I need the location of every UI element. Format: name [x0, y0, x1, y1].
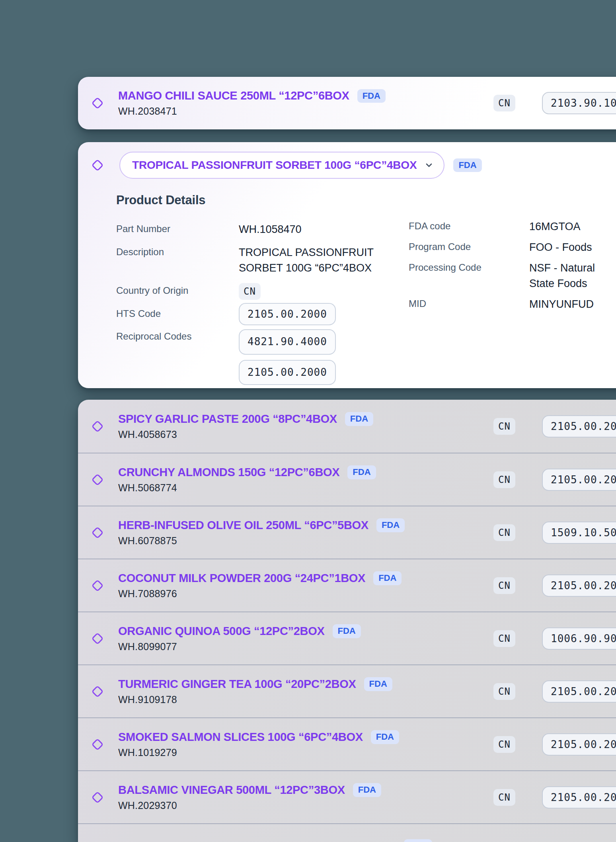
product-title[interactable]: COCONUT MILK POWDER 200G “24PC”1BOX [118, 572, 365, 585]
detail-fields-right: FDA code 16MGTOA Program Code FOO - Food… [409, 219, 615, 312]
hts-code-field[interactable]: 2105.00.20 [542, 415, 616, 438]
country-of-origin-chip: CN [493, 471, 515, 488]
reciprocal-codes-label: Reciprocal Codes [116, 329, 239, 342]
program-code-value: FOO - Foods [529, 240, 615, 255]
hts-code-field[interactable]: 2105.00.20 [542, 786, 616, 809]
product-diamond-icon [92, 159, 103, 171]
part-number-label: Part Number [116, 222, 239, 234]
fda-badge: FDA [371, 730, 399, 744]
hts-code-field[interactable]: 2105.00.20 [542, 733, 616, 756]
product-title[interactable]: TURMERIC GINGER TEA 100G “20PC”2BOX [118, 678, 356, 691]
product-title[interactable]: ORGANIC QUINOA 500G “12PC”2BOX [118, 625, 325, 638]
product-title[interactable]: HERB-INFUSED OLIVE OIL 250ML “6PC”5BOX [118, 519, 368, 532]
part-number: WH.2029370 [118, 800, 381, 811]
fda-badge: FDA [357, 89, 386, 103]
part-number: WH.9109178 [118, 694, 392, 705]
program-code-label: Program Code [409, 240, 529, 252]
part-number-value: WH.1058470 [239, 222, 390, 237]
product-select-dropdown[interactable]: TROPICAL PASSIONFRUIT SORBET 100G “6PC”4… [119, 152, 444, 179]
product-diamond-icon [92, 738, 103, 750]
product-title[interactable]: SPICY GARLIC PASTE 200G “8PC”4BOX [118, 412, 337, 426]
page: MANGO CHILI SAUCE 250ML “12PC”6BOX FDA W… [0, 0, 616, 842]
product-row[interactable]: BALSAMIC VINEGAR 500ML “12PC”3BOX FDA WH… [78, 770, 616, 823]
fda-badge: FDA [347, 465, 376, 479]
product-title[interactable]: CRUNCHY ALMONDS 150G “12PC”6BOX [118, 466, 339, 479]
hts-code-field[interactable]: 2105.00.2000 [239, 303, 336, 325]
fda-badge: FDA [373, 571, 402, 585]
product-row[interactable]: HERB-INFUSED OLIVE OIL 250ML “6PC”5BOX F… [78, 506, 616, 559]
part-number: WH.6078875 [118, 535, 405, 547]
product-row-partial[interactable]: FDA [78, 823, 616, 842]
product-diamond-icon [92, 633, 103, 645]
hts-code-field[interactable]: 2105.00.20 [542, 469, 616, 491]
fda-badge: FDA [345, 412, 373, 426]
fda-badge: FDA [453, 158, 481, 172]
product-row[interactable]: ORGANIC QUINOA 500G “12PC”2BOX FDA WH.80… [78, 611, 616, 664]
selected-product-label: TROPICAL PASSIONFRUIT SORBET 100G “6PC”4… [132, 159, 417, 172]
origin-label: Country of Origin [116, 283, 239, 296]
fda-badge: FDA [376, 518, 405, 532]
product-row-text: MANGO CHILI SAUCE 250ML “12PC”6BOX FDA W… [118, 89, 386, 117]
part-number: WH.2038471 [118, 105, 386, 117]
country-of-origin-chip: CN [493, 789, 515, 806]
part-number: WH.1019279 [118, 747, 399, 758]
country-of-origin-chip: CN [239, 283, 261, 300]
product-row[interactable]: SMOKED SALMON SLICES 100G “6PC”4BOX FDA … [78, 717, 616, 770]
country-of-origin-chip: CN [493, 95, 515, 111]
country-of-origin-chip: CN [493, 736, 515, 753]
country-of-origin-chip: CN [493, 683, 515, 700]
hts-code-field[interactable]: 1509.10.50 [542, 522, 616, 544]
product-row[interactable]: COCONUT MILK POWDER 200G “24PC”1BOX FDA … [78, 559, 616, 611]
product-diamond-icon [92, 580, 103, 592]
country-of-origin-chip: CN [493, 577, 515, 594]
fda-badge: FDA [404, 839, 432, 842]
product-diamond-icon [92, 527, 103, 539]
product-diamond-icon [92, 474, 103, 486]
part-number: WH.5068774 [118, 482, 376, 494]
product-row-collapsed[interactable]: MANGO CHILI SAUCE 250ML “12PC”6BOX FDA W… [78, 77, 616, 129]
fda-code-value: 16MGTOA [529, 219, 615, 234]
product-row[interactable]: SPICY GARLIC PASTE 200G “8PC”4BOX FDA WH… [78, 400, 616, 453]
processing-code-label: Processing Code [409, 260, 529, 273]
fda-badge: FDA [333, 624, 361, 638]
section-title: Product Details [116, 193, 205, 207]
mid-value: MINYUNFUD [529, 297, 615, 312]
detail-fields-left: Part Number WH.1058470 Description TROPI… [116, 222, 390, 385]
detail-header: TROPICAL PASSIONFRUIT SORBET 100G “6PC”4… [92, 152, 482, 179]
product-diamond-icon [92, 686, 103, 697]
part-number: WH.7088976 [118, 588, 402, 600]
product-list: SPICY GARLIC PASTE 200G “8PC”4BOX FDA WH… [78, 400, 616, 842]
reciprocal-code-field[interactable]: 4821.90.4000 [239, 329, 336, 354]
fda-badge: FDA [364, 677, 392, 691]
product-row[interactable]: TURMERIC GINGER TEA 100G “20PC”2BOX FDA … [78, 664, 616, 717]
product-row-content: MANGO CHILI SAUCE 250ML “12PC”6BOX FDA W… [78, 77, 616, 129]
country-of-origin-chip: CN [493, 630, 515, 647]
hts-code-field[interactable]: 2103.90.10 [542, 92, 616, 114]
product-title[interactable]: SMOKED SALMON SLICES 100G “6PC”4BOX [118, 731, 363, 744]
country-of-origin-chip: CN [493, 418, 515, 435]
product-diamond-icon [92, 420, 103, 432]
product-diamond-icon [92, 791, 103, 803]
hts-code-field[interactable]: 2105.00.20 [542, 680, 616, 703]
chevron-down-icon [425, 161, 433, 170]
hts-code-field[interactable]: 2105.00.20 [542, 574, 616, 597]
part-number: WH.4058673 [118, 429, 373, 440]
description-label: Description [116, 245, 239, 258]
product-title[interactable]: BALSAMIC VINEGAR 500ML “12PC”3BOX [118, 783, 345, 797]
processing-code-value: NSF - Natural State Foods [529, 260, 609, 291]
hts-code-label: HTS Code [116, 307, 239, 319]
fda-badge: FDA [353, 783, 381, 797]
product-detail-card: TROPICAL PASSIONFRUIT SORBET 100G “6PC”4… [78, 142, 616, 388]
product-diamond-icon [92, 97, 103, 109]
reciprocal-code-field[interactable]: 2105.00.2000 [239, 360, 336, 385]
part-number: WH.8099077 [118, 641, 361, 653]
product-row[interactable]: CRUNCHY ALMONDS 150G “12PC”6BOX FDA WH.5… [78, 453, 616, 506]
product-title[interactable]: MANGO CHILI SAUCE 250ML “12PC”6BOX [118, 89, 349, 102]
mid-label: MID [409, 297, 529, 309]
country-of-origin-chip: CN [493, 524, 515, 541]
description-value: TROPICAL PASSIONFRUIT SORBET 100G “6PC”4… [239, 245, 377, 276]
fda-code-label: FDA code [409, 219, 529, 232]
hts-code-field[interactable]: 1006.90.90 [542, 627, 616, 650]
